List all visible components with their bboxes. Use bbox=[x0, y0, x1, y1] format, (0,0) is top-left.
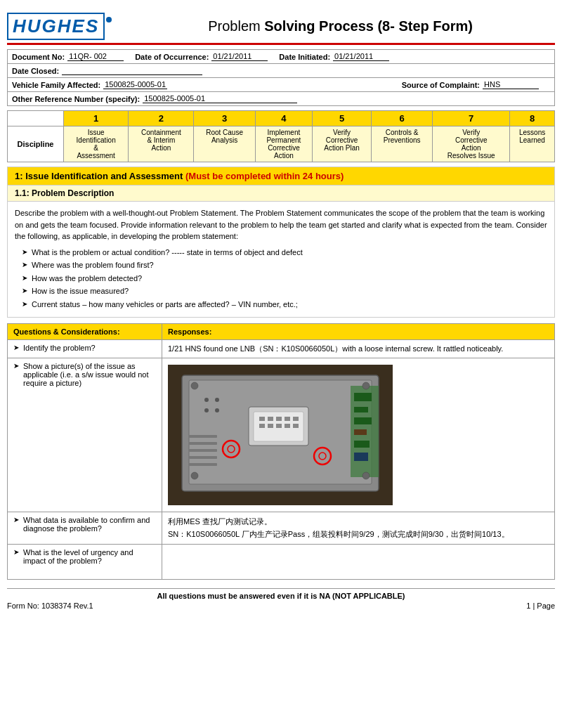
qa-row-3: What data is available to confirm and di… bbox=[8, 512, 555, 545]
svg-rect-13 bbox=[285, 424, 290, 428]
doc-row-vehicle: Vehicle Family Affected: 1500825-0005-01… bbox=[8, 78, 554, 92]
bullet-2: Where was the problem found first? bbox=[22, 259, 547, 271]
doc-row-other-ref: Other Reference Number (specify): 150082… bbox=[8, 92, 554, 105]
step-cell-7: Verify Corrective Action Resolves Issue bbox=[433, 126, 510, 162]
svg-rect-6 bbox=[268, 417, 273, 421]
svg-point-27 bbox=[362, 382, 370, 389]
step-cell-5: Verify Corrective Action Plan bbox=[313, 126, 372, 162]
svg-rect-12 bbox=[276, 424, 282, 428]
qa-answer-1: 1/21 HNS found one LNB（SN：K10S0066050L）w… bbox=[162, 340, 555, 358]
logo: HUGHES bbox=[7, 13, 112, 40]
qa-answer-2 bbox=[162, 358, 555, 512]
bullet-3: How was the problem detected? bbox=[22, 273, 547, 285]
svg-rect-5 bbox=[259, 417, 265, 421]
doc-row-1: Document No: 11QR- 002 Date of Occurrenc… bbox=[8, 50, 554, 64]
svg-point-31 bbox=[215, 398, 219, 402]
step-num-2: 2 bbox=[129, 111, 194, 126]
svg-rect-11 bbox=[268, 424, 273, 428]
svg-rect-38 bbox=[189, 463, 217, 466]
svg-rect-23 bbox=[354, 429, 367, 435]
svg-rect-7 bbox=[276, 417, 282, 421]
step-num-6: 6 bbox=[372, 111, 433, 126]
svg-rect-25 bbox=[354, 453, 368, 461]
qa-col2-header: Responses: bbox=[162, 324, 555, 340]
date-initiated-label: Date Initiated: bbox=[279, 53, 330, 61]
description-text: Describe the problem with a well-thought… bbox=[15, 207, 547, 242]
doc-no-value: 11QR- 002 bbox=[67, 52, 124, 61]
doc-info-section: Document No: 11QR- 002 Date of Occurrenc… bbox=[7, 49, 555, 106]
date-occurrence-value: 01/21/2011 bbox=[211, 52, 268, 61]
date-closed-label: Date Closed: bbox=[12, 67, 59, 75]
svg-rect-24 bbox=[354, 441, 370, 448]
step-cell-3: Root Cause Analysis bbox=[194, 126, 255, 162]
chinese-answer-3: 利用MES 查找厂内测试记录。 SN：K10S0066050L 厂内生产记录Pa… bbox=[168, 516, 549, 540]
qa-row-2: Show a picture(s) of the issue as applic… bbox=[8, 358, 555, 512]
section1-header: 1: Issue Identification and Assessment (… bbox=[7, 167, 555, 186]
section1-header-text: 1: Issue Identification and Assessment bbox=[15, 171, 183, 181]
step-cell-6: Controls & Preventions bbox=[372, 126, 433, 162]
step-cell-8: Lessons Learned bbox=[510, 126, 555, 162]
step-cell-1: Issue Identification & Assessment bbox=[64, 126, 129, 162]
qa-col1-header: Questions & Considerations: bbox=[8, 324, 162, 340]
svg-point-28 bbox=[191, 472, 198, 479]
qa-question-3: What data is available to confirm and di… bbox=[8, 512, 162, 545]
discipline-cell: Discipline bbox=[8, 126, 64, 162]
title-bold: Solving Process (8- Step Form) bbox=[264, 18, 473, 34]
step-num-7: 7 bbox=[433, 111, 510, 126]
subsection1-1-header: 1.1: Problem Description bbox=[7, 186, 555, 202]
svg-rect-35 bbox=[189, 442, 217, 445]
qa-row-4: What is the level of urgency and impact … bbox=[8, 545, 555, 580]
vehicle-family-value: 1500825-0005-01 bbox=[103, 80, 167, 89]
vehicle-family-label: Vehicle Family Affected: bbox=[12, 81, 100, 89]
svg-rect-21 bbox=[354, 407, 368, 412]
step-num-4: 4 bbox=[255, 111, 312, 126]
footer-note: All questions must be answered even if i… bbox=[7, 592, 555, 600]
svg-rect-20 bbox=[354, 393, 372, 401]
step-cell-2: Containment & Interim Action bbox=[129, 126, 194, 162]
bullet-1: What is the problem or actual condition?… bbox=[22, 247, 547, 259]
svg-rect-8 bbox=[285, 417, 290, 421]
other-ref-label: Other Reference Number (specify): bbox=[12, 95, 140, 103]
qa-question-4: What is the level of urgency and impact … bbox=[8, 545, 162, 580]
step-table: 1 2 3 4 5 6 7 8 Discipline Issue Identif… bbox=[7, 110, 555, 162]
logo-dot bbox=[106, 17, 112, 22]
svg-rect-10 bbox=[259, 424, 265, 428]
step-cell-4: Implement Permanent Corrective Action bbox=[255, 126, 312, 162]
other-ref-value: 1500825-0005-01 bbox=[143, 94, 297, 103]
qa-table: Questions & Considerations: Responses: I… bbox=[7, 323, 555, 580]
page-number: 1 | Page bbox=[526, 602, 555, 610]
svg-rect-22 bbox=[354, 417, 372, 424]
step-num-3: 3 bbox=[194, 111, 255, 126]
form-no: Form No: 1038374 Rev.1 bbox=[7, 602, 93, 610]
bullet-5: Current status – how many vehicles or pa… bbox=[22, 299, 547, 311]
svg-rect-9 bbox=[293, 417, 299, 421]
svg-rect-34 bbox=[189, 435, 217, 438]
step-num-5: 5 bbox=[313, 111, 372, 126]
subsection1-1-text: 1.1: Problem Description bbox=[15, 188, 114, 198]
footer-bottom: Form No: 1038374 Rev.1 1 | Page bbox=[7, 602, 555, 610]
svg-rect-36 bbox=[189, 449, 217, 452]
footer: All questions must be answered even if i… bbox=[7, 588, 555, 610]
qa-row-1: Identify the problem? 1/21 HNS found one… bbox=[8, 340, 555, 358]
product-image-svg bbox=[168, 365, 393, 505]
discipline-label bbox=[8, 111, 64, 126]
bullet-list: What is the problem or actual condition?… bbox=[22, 247, 547, 311]
logo-text: HUGHES bbox=[7, 13, 105, 40]
date-initiated-value: 01/21/2011 bbox=[333, 52, 389, 61]
bullet-4: How is the issue measured? bbox=[22, 285, 547, 297]
date-closed-value bbox=[62, 66, 202, 75]
qa-answer-3: 利用MES 查找厂内测试记录。 SN：K10S0066050L 厂内生产记录Pa… bbox=[162, 512, 555, 545]
svg-point-30 bbox=[204, 398, 209, 402]
svg-rect-14 bbox=[293, 424, 299, 428]
step-num-8: 8 bbox=[510, 111, 555, 126]
svg-point-29 bbox=[362, 472, 370, 479]
doc-no-label: Document No: bbox=[12, 53, 65, 61]
qa-question-1: Identify the problem? bbox=[8, 340, 162, 358]
section1-must-complete: (Must be completed within 24 hours) bbox=[185, 171, 344, 181]
qa-answer-4 bbox=[162, 545, 555, 580]
svg-point-32 bbox=[204, 408, 209, 412]
page-header: HUGHES Problem Solving Process (8- Step … bbox=[7, 7, 555, 45]
source-complaint-label: Source of Complaint: bbox=[402, 81, 480, 89]
date-occurrence-label: Date of Occurrence: bbox=[135, 53, 209, 61]
svg-rect-37 bbox=[189, 456, 217, 459]
